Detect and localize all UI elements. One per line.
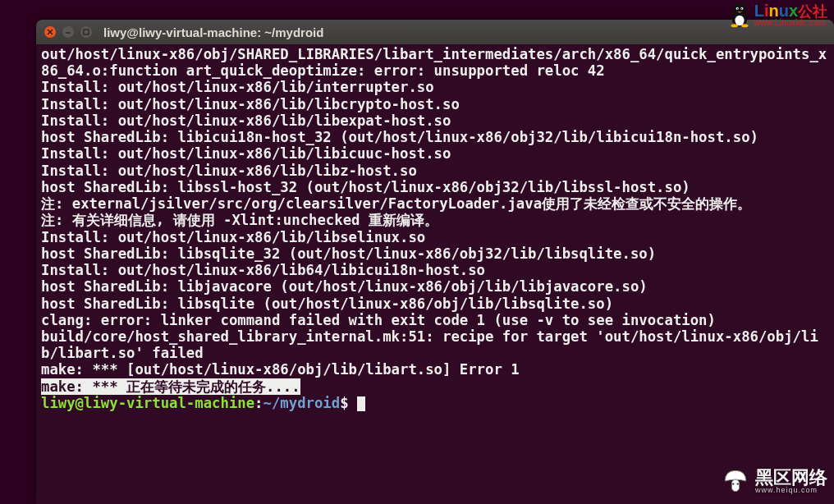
svg-point-6 <box>737 8 738 9</box>
tux-icon <box>728 2 751 28</box>
mushroom-icon <box>721 466 750 496</box>
output-line: host SharedLib: libsqlite (out/host/linu… <box>41 296 613 312</box>
output-line: make: *** [out/host/linux-x86/obj/lib/li… <box>41 361 520 378</box>
maximize-button[interactable] <box>80 26 92 38</box>
output-line: Install: out/host/linux-x86/lib64/libicu… <box>41 262 485 278</box>
output-line: host SharedLib: libicui18n-host_32 (out/… <box>41 129 758 145</box>
output-line: Install: out/host/linux-x86/lib/libz-hos… <box>41 163 417 179</box>
prompt-path: ~/mydroid <box>263 395 341 411</box>
output-line: clang: error: linker command failed with… <box>41 312 716 328</box>
prompt-dollar: $ <box>340 395 348 411</box>
watermark-heiqu-text: 黑区网络 www.heiqu.com <box>755 469 827 494</box>
watermark-brand: Linux公社 <box>754 2 827 19</box>
minimize-button[interactable] <box>62 26 74 38</box>
minimize-icon <box>65 29 71 35</box>
close-icon <box>47 29 53 35</box>
output-line: build/core/host_shared_library_internal.… <box>41 328 818 361</box>
watermark-url: www.Linuxidc.com <box>754 19 827 27</box>
svg-rect-10 <box>732 479 740 491</box>
output-line: Install: out/host/linux-x86/lib/libicuuc… <box>41 145 451 162</box>
window-titlebar[interactable]: liwy@liwy-virtual-machine: ~/mydroid <box>36 20 834 44</box>
prompt-user-host: liwy@liwy-virtual-machine <box>41 395 254 411</box>
svg-point-11 <box>732 483 734 484</box>
window-title: liwy@liwy-virtual-machine: ~/mydroid <box>103 25 323 39</box>
close-button[interactable] <box>44 26 56 38</box>
output-line: 注: 有关详细信息, 请使用 -Xlint:unchecked 重新编译。 <box>41 212 438 228</box>
output-line: host SharedLib: libjavacore (out/host/li… <box>41 278 648 295</box>
terminal-cursor <box>357 396 365 411</box>
output-line: Install: out/host/linux-x86/lib/libexpat… <box>41 112 451 129</box>
selected-output-line: make: *** 正在等待未完成的任务.... <box>41 378 300 395</box>
watermark-heiqu: 黑区网络 www.heiqu.com <box>721 466 827 496</box>
watermark-linuxidc: Linux公社 www.Linuxidc.com <box>728 2 827 28</box>
svg-point-9 <box>741 24 748 27</box>
output-line: Install: out/host/linux-x86/lib/libcrypt… <box>41 96 460 112</box>
svg-point-7 <box>740 8 741 9</box>
output-line: Install: out/host/linux-x86/lib/libselin… <box>41 229 425 245</box>
maximize-icon <box>83 29 89 35</box>
output-line: out/host/linux-x86/obj/SHARED_LIBRARIES/… <box>41 46 827 79</box>
watermark-linuxidc-text: Linux公社 www.Linuxidc.com <box>754 2 827 27</box>
prompt-colon: : <box>254 395 263 411</box>
svg-rect-0 <box>84 30 89 34</box>
watermark-heiqu-brand: 黑区网络 <box>755 469 827 487</box>
terminal-output[interactable]: out/host/linux-x86/obj/SHARED_LIBRARIES/… <box>36 44 834 504</box>
output-line: host SharedLib: libsqlite_32 (out/host/l… <box>41 245 656 262</box>
output-line: 注: external/jsilver/src/org/clearsilver/… <box>41 195 751 212</box>
output-line: Install: out/host/linux-x86/lib/interrup… <box>41 79 434 95</box>
terminal-window: liwy@liwy-virtual-machine: ~/mydroid out… <box>36 20 834 504</box>
svg-point-8 <box>731 24 737 27</box>
watermark-heiqu-url: www.heiqu.com <box>755 487 827 494</box>
output-line: host SharedLib: libssl-host_32 (out/host… <box>41 179 690 195</box>
svg-point-12 <box>737 483 739 484</box>
svg-point-3 <box>735 16 744 26</box>
